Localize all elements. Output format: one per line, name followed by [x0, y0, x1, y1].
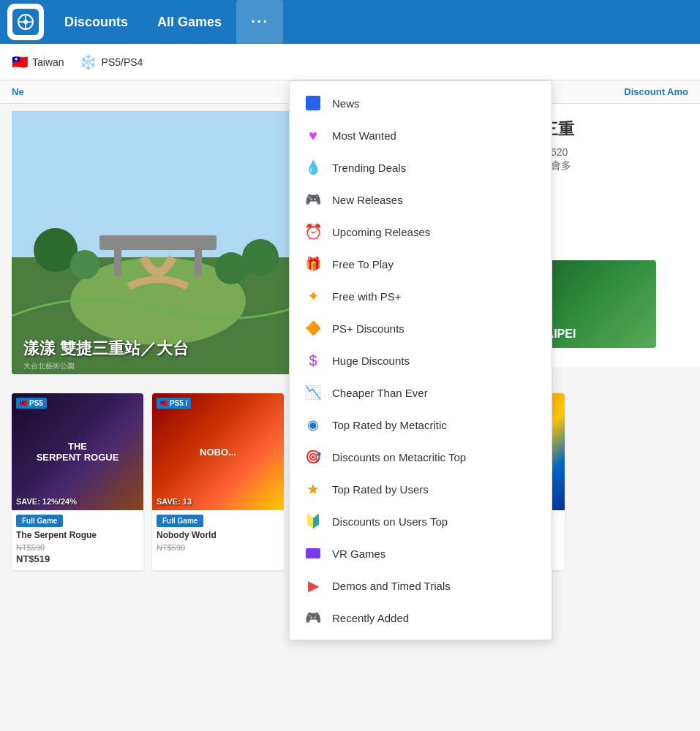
discounts-nav-button[interactable]: Discounts	[50, 0, 143, 44]
menu-item-cheaper-than-ever-label: Cheaper Than Ever	[332, 387, 428, 399]
taiwan-flag: 🇹🇼	[12, 54, 28, 70]
banner-overlay-text: 漾漾 雙捷三重站／大台	[23, 338, 189, 360]
most-wanted-icon: ♥	[304, 126, 322, 144]
discounts-metacritic-icon: 🎯	[304, 448, 322, 466]
platform-selector[interactable]: ❄️ PS5/PS4	[79, 53, 143, 71]
region-label: Taiwan	[32, 56, 64, 68]
menu-item-ps-discounts-label: PS+ Discounts	[332, 322, 404, 335]
top-rated-users-icon: ★	[304, 480, 322, 498]
menu-item-discounts-metacritic[interactable]: 🎯Discounts on Metacritic Top	[290, 441, 552, 473]
menu-item-most-wanted[interactable]: ♥Most Wanted	[290, 119, 552, 151]
menu-item-news[interactable]: News	[290, 87, 552, 119]
menu-item-demos-label: Demos and Timed Trials	[332, 580, 451, 592]
top-rated-metacritic-icon: ◉	[304, 416, 322, 433]
menu-item-discounts-users-label: Discounts on Users Top	[332, 515, 448, 528]
card-original-price: NT$590	[152, 543, 284, 552]
upcoming-releases-icon: ⏰	[304, 223, 322, 240]
menu-item-huge-discounts-label: Huge Discounts	[332, 355, 410, 367]
menu-item-ps-discounts[interactable]: 🔶PS+ Discounts	[290, 312, 552, 344]
col-new: Ne	[12, 86, 237, 97]
svg-rect-10	[114, 246, 121, 276]
menu-item-trending-deals-label: Trending Deals	[332, 162, 406, 174]
discounts-users-icon: 🔰	[304, 512, 322, 530]
news-icon	[304, 94, 322, 112]
logo-icon	[12, 9, 39, 35]
nobody-game-image: NOBO...	[152, 393, 284, 510]
recently-added-icon: 🎮	[304, 609, 322, 626]
menu-item-top-rated-users[interactable]: ★Top Rated by Users	[290, 473, 552, 505]
svg-point-15	[215, 252, 247, 284]
free-with-ps-icon: ✦	[304, 287, 322, 305]
dropdown-menu: News♥Most Wanted💧Trending Deals🎮New Rele…	[289, 80, 552, 640]
game-card[interactable]: NOBO... 🇹🇼 PS5 /SAVE: 13Full GameNobody …	[152, 393, 284, 570]
menu-item-free-with-ps[interactable]: ✦Free with PS+	[290, 280, 552, 312]
header: Discounts All Games ···	[0, 0, 700, 44]
menu-item-top-rated-users-label: Top Rated by Users	[332, 483, 429, 496]
card-price: NT$519	[12, 552, 143, 570]
menu-item-free-to-play[interactable]: 🎁Free To Play	[290, 248, 552, 280]
vr-games-icon	[304, 545, 322, 562]
card-save-badge: SAVE: 12%/24%	[16, 497, 77, 506]
sub-header: 🇹🇼 Taiwan ❄️ PS5/PS4	[0, 44, 700, 80]
ps-icon: ❄️	[79, 53, 97, 71]
game-card[interactable]: THESERPENT ROGUE 🇹🇼 PS5SAVE: 12%/24%Full…	[12, 393, 143, 570]
card-name: The Serpent Rogue	[12, 527, 143, 543]
menu-item-new-releases[interactable]: 🎮New Releases	[290, 183, 552, 216]
svg-point-14	[70, 250, 99, 279]
menu-item-vr-games-label: VR Games	[332, 548, 385, 560]
banner-image: 漾漾 雙捷三重站／大台 大台北藝術公園	[12, 111, 304, 374]
svg-rect-11	[195, 246, 202, 276]
featured-banner: 漾漾 雙捷三重站／大台 大台北藝術公園	[12, 111, 304, 374]
more-nav-button[interactable]: ···	[236, 0, 283, 44]
new-releases-icon: 🎮	[304, 191, 322, 208]
banner-source-text: 大台北藝術公園	[23, 361, 75, 371]
trending-deals-icon: 💧	[304, 159, 322, 176]
serpent-game-image: THESERPENT ROGUE	[12, 393, 143, 510]
all-games-nav-button[interactable]: All Games	[143, 0, 236, 44]
menu-item-recently-added-label: Recently Added	[332, 612, 409, 624]
huge-discounts-icon: $	[304, 352, 322, 369]
menu-item-news-label: News	[332, 97, 360, 110]
demos-icon: ▶	[304, 577, 322, 594]
card-platform-badge: 🇹🇼 PS5 /	[157, 398, 191, 409]
menu-item-new-releases-label: New Releases	[332, 194, 403, 206]
card-save-badge: SAVE: 13	[157, 497, 192, 506]
menu-item-cheaper-than-ever[interactable]: 📉Cheaper Than Ever	[290, 376, 552, 409]
card-platform-badge: 🇹🇼 PS5	[16, 398, 47, 409]
menu-item-top-rated-metacritic[interactable]: ◉Top Rated by Metacritic	[290, 409, 552, 441]
menu-item-free-with-ps-label: Free with PS+	[332, 290, 402, 303]
menu-item-discounts-users[interactable]: 🔰Discounts on Users Top	[290, 505, 552, 537]
platform-label: PS5/PS4	[102, 56, 143, 68]
menu-item-recently-added[interactable]: 🎮Recently Added	[290, 602, 552, 634]
svg-point-13	[242, 239, 279, 276]
menu-item-most-wanted-label: Most Wanted	[332, 129, 396, 142]
cheaper-than-ever-icon: 📉	[304, 384, 322, 401]
menu-item-free-to-play-label: Free To Play	[332, 258, 394, 270]
menu-item-discounts-metacritic-label: Discounts on Metacritic Top	[332, 451, 466, 463]
region-selector[interactable]: 🇹🇼 Taiwan	[12, 54, 64, 70]
card-type-badge: Full Game	[16, 515, 63, 527]
card-type-badge: Full Game	[157, 515, 203, 527]
menu-item-vr-games[interactable]: VR Games	[290, 537, 552, 569]
card-original-price: NT$590	[12, 543, 143, 552]
free-to-play-icon: 🎁	[304, 255, 322, 273]
ps-discounts-icon: 🔶	[304, 319, 322, 337]
main-content: Ne ce Discount Amo	[0, 80, 700, 731]
menu-item-upcoming-releases-label: Upcoming Releases	[332, 226, 430, 238]
menu-item-huge-discounts[interactable]: $Huge Discounts	[290, 344, 552, 376]
menu-item-trending-deals[interactable]: 💧Trending Deals	[290, 151, 552, 183]
card-name: Nobody World	[152, 527, 284, 543]
menu-item-demos[interactable]: ▶Demos and Timed Trials	[290, 569, 552, 602]
logo	[7, 4, 44, 40]
menu-item-top-rated-metacritic-label: Top Rated by Metacritic	[332, 419, 447, 431]
menu-item-upcoming-releases[interactable]: ⏰Upcoming Releases	[290, 216, 552, 248]
